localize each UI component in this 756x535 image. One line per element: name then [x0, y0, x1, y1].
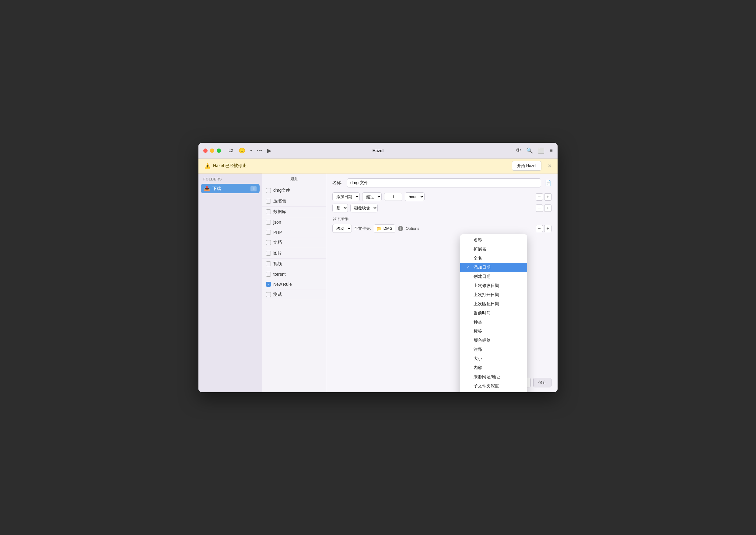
warning-icon: ⚠️ — [205, 163, 210, 169]
pulse-icon[interactable]: 〜 — [257, 147, 262, 154]
dropdown-menu: 名称扩展名全名✓添加日期创建日期上次修改日期上次打开日期上次匹配日期当前时间种类… — [460, 234, 527, 392]
dropdown-item-14[interactable]: 内容 — [460, 363, 527, 373]
chevron-down-icon[interactable]: ▾ — [250, 149, 252, 153]
dropdown-item-16[interactable]: 子文件夹深度 — [460, 381, 527, 391]
dropdown-label-0: 名称 — [474, 238, 482, 243]
rule-item-1[interactable]: 压缩包 — [262, 196, 326, 207]
rule-check-10[interactable] — [266, 292, 271, 297]
smiley-icon[interactable]: 🙂 — [238, 147, 245, 154]
dropdown-label-12: 注释 — [474, 347, 482, 352]
folder-icon[interactable]: 🗂 — [228, 147, 234, 154]
rule-item-3[interactable]: json — [262, 217, 326, 227]
dropdown-item-11[interactable]: 颜色标签 — [460, 336, 527, 345]
rule-item-8[interactable]: torrent — [262, 269, 326, 279]
rule-label-10: 测试 — [273, 292, 282, 297]
dropdown-item-5[interactable]: 上次修改日期 — [460, 281, 527, 290]
dropdown-item-10[interactable]: 标签 — [460, 327, 527, 336]
warning-close-icon[interactable]: ✕ — [547, 163, 551, 169]
condition1-plus-button[interactable]: + — [544, 193, 551, 201]
dropdown-item-6[interactable]: 上次打开日期 — [460, 290, 527, 299]
close-button[interactable] — [203, 149, 208, 153]
condition2-plus-button[interactable]: + — [544, 205, 551, 212]
pause-icon[interactable]: ⏸ — [250, 186, 257, 191]
condition-num-input[interactable] — [384, 193, 402, 201]
play-icon[interactable]: ▶ — [267, 147, 271, 154]
rule-check-1[interactable] — [266, 199, 271, 204]
dropdown-label-7: 上次匹配日期 — [474, 301, 499, 307]
dropdown-item-0[interactable]: 名称 — [460, 236, 527, 245]
dropdown-item-15[interactable]: 来源网址/地址 — [460, 373, 527, 381]
dropdown-item-1[interactable]: 扩展名 — [460, 245, 527, 254]
warning-text: Hazel 已经被停止. — [213, 163, 248, 169]
rule-item-4[interactable]: PHP — [262, 227, 326, 238]
action-plus-button[interactable]: + — [544, 225, 551, 232]
menu-icon[interactable]: ≡ — [549, 147, 553, 154]
action-type-select[interactable]: 移动 — [332, 224, 352, 233]
condition1-minus-button[interactable]: − — [536, 193, 543, 201]
rule-label-3: json — [273, 220, 281, 225]
app-window: 🗂 🙂 ▾ 〜 ▶ Hazel 👁 🔍 ⬜ ≡ ⚠️ Hazel 已经被停止. … — [198, 143, 558, 392]
dropdown-item-17[interactable]: 子文件/文件夹数量 — [460, 391, 527, 392]
file-icon-button[interactable]: 📄 — [545, 180, 551, 186]
condition2-minus-button[interactable]: − — [536, 205, 543, 212]
rule-label-2: 数据库 — [273, 209, 286, 214]
start-hazel-button[interactable]: 开始 Hazel — [512, 161, 542, 171]
minimize-button[interactable] — [210, 149, 214, 153]
condition-op-select[interactable]: 超过 — [362, 192, 382, 201]
action-minus-button[interactable]: − — [536, 225, 543, 232]
rule-check-0[interactable] — [266, 188, 271, 193]
fullscreen-button[interactable] — [217, 149, 221, 153]
share-icon[interactable]: ⬜ — [538, 147, 545, 154]
folders-label: Folders — [201, 177, 260, 182]
rule-label-8: torrent — [273, 272, 286, 277]
info-button[interactable]: i — [398, 226, 403, 231]
action-to-folder-label: 至文件夹: — [354, 226, 371, 231]
name-input[interactable] — [347, 178, 541, 187]
dropdown-label-15: 来源网址/地址 — [474, 374, 500, 380]
dropdown-label-10: 标签 — [474, 329, 482, 334]
save-button[interactable]: 保存 — [533, 378, 551, 387]
condition-unit-select[interactable]: hour — [405, 192, 425, 201]
rule-item-7[interactable]: 视频 — [262, 259, 326, 269]
dropdown-item-12[interactable]: 注释 — [460, 345, 527, 354]
dropdown-label-5: 上次修改日期 — [474, 283, 499, 289]
condition-field-select[interactable]: 添加日期 — [332, 192, 360, 201]
dropdown-item-9[interactable]: 种类 — [460, 318, 527, 327]
dropdown-label-3: 添加日期 — [474, 265, 490, 270]
actions-label: 以下操作: — [332, 216, 551, 222]
dropdown-item-4[interactable]: 创建日期 — [460, 272, 527, 281]
rule-item-2[interactable]: 数据库 — [262, 207, 326, 217]
dropdown-item-13[interactable]: 大小 — [460, 354, 527, 363]
dropdown-item-8[interactable]: 当前时间 — [460, 309, 527, 318]
options-button[interactable]: Options — [406, 226, 419, 231]
search-icon[interactable]: 🔍 — [526, 147, 533, 154]
dropdown-item-3[interactable]: ✓添加日期 — [460, 263, 527, 272]
folder-item-downloads[interactable]: 📥 下载 ⏸ — [201, 184, 260, 193]
rule-check-6[interactable] — [266, 251, 271, 256]
dropdown-item-7[interactable]: 上次匹配日期 — [460, 299, 527, 309]
dropdown-label-8: 当前时间 — [474, 310, 490, 316]
condition2-op-select[interactable]: 是 — [332, 204, 348, 212]
rule-item-0[interactable]: dmg文件 — [262, 185, 326, 196]
dropdown-item-2[interactable]: 全名 — [460, 254, 527, 263]
rule-check-8[interactable] — [266, 272, 271, 277]
condition2-type-select[interactable]: 磁盘映像 — [350, 204, 378, 212]
rule-check-5[interactable] — [266, 240, 271, 245]
rule-item-10[interactable]: 测试 — [262, 290, 326, 300]
rule-item-6[interactable]: 图片 — [262, 248, 326, 259]
action-controls: − + — [536, 225, 551, 232]
rule-item-9[interactable]: ✓New Rule — [262, 279, 326, 290]
folder-select-icon: 📁 — [377, 226, 382, 231]
rule-check-9[interactable]: ✓ — [266, 282, 271, 287]
rule-check-4[interactable] — [266, 230, 271, 235]
rule-check-2[interactable] — [266, 210, 271, 214]
rule-label-6: 图片 — [273, 250, 282, 256]
condition2-controls: − + — [536, 205, 551, 212]
dropdown-label-16: 子文件夹深度 — [474, 383, 499, 389]
rule-item-5[interactable]: 文档 — [262, 238, 326, 248]
rule-check-3[interactable] — [266, 220, 271, 225]
folder-select[interactable]: 📁 DMG — [374, 224, 395, 233]
warning-message: ⚠️ Hazel 已经被停止. — [205, 163, 248, 169]
rule-check-7[interactable] — [266, 262, 271, 266]
eye-icon[interactable]: 👁 — [516, 147, 521, 154]
